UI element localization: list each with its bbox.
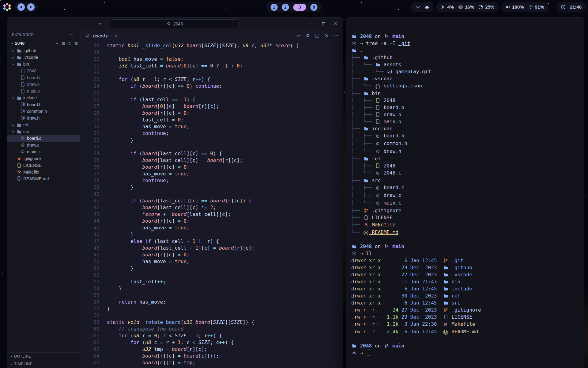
explorer-item-draw.h[interactable]: Ⓗdraw.h: [7, 115, 80, 121]
code-line: 20 bool has_move = false;: [81, 56, 343, 63]
memory-stat: 16%: [458, 4, 474, 10]
file-icon: [443, 315, 449, 319]
file-icon: [20, 75, 26, 80]
terminal-line: │ ├── © board.h: [351, 132, 579, 140]
explorer-item-LICENSE[interactable]: LICENSE: [7, 162, 80, 169]
window-maximize-button[interactable]: [321, 21, 326, 26]
nav-back-button[interactable]: ←: [99, 21, 103, 27]
terminal-line: drwxr-xr-x - 11 Jan 21:43 bin: [351, 278, 579, 285]
explorer-item-main.o[interactable]: main.o: [7, 88, 80, 94]
workspace-3[interactable]: 3: [293, 4, 306, 11]
volume-value: 100%: [512, 4, 524, 10]
outline-panel[interactable]: ▸ OUTLINE: [7, 352, 80, 360]
media-next-button[interactable]: [27, 3, 35, 11]
workspace-8[interactable]: 8: [311, 4, 318, 11]
close-editor-button[interactable]: [324, 33, 329, 38]
explorer-item-board.o[interactable]: board.o: [7, 74, 80, 81]
disk-gauge-icon: [478, 5, 483, 10]
new-folder-button[interactable]: ⊞: [62, 41, 65, 46]
settings-gear-button[interactable]: ⚙: [306, 33, 310, 38]
new-file-button[interactable]: +: [55, 41, 58, 46]
terminal-line: .rw-r--r-- 2.4k 6 Jan 12:45 Ⓜ README.md: [351, 328, 579, 336]
explorer-item-draw.o[interactable]: draw.o: [7, 81, 80, 88]
window-close-button[interactable]: [333, 21, 338, 26]
git-icon: ◆: [16, 156, 22, 161]
terminal-line: │ └── © draw.h: [351, 148, 579, 155]
memory-chip-icon: [458, 5, 463, 10]
explorer-item-common.h[interactable]: Ⓗcommon.h: [7, 108, 80, 115]
split-editor-button[interactable]: [315, 33, 319, 38]
c-file-icon: ©: [375, 133, 381, 140]
json-icon: {}: [375, 83, 381, 90]
folder-icon: [363, 126, 369, 131]
code-line: 46 }: [81, 231, 343, 238]
launcher-logo-icon[interactable]: [2, 2, 12, 12]
workspace-1[interactable]: 1: [271, 4, 278, 11]
terminal-line: ├── .github: [351, 54, 579, 61]
code-line: 56 return has_move;: [81, 299, 343, 305]
terminal-line: │ └── © 2048.c: [351, 169, 579, 177]
explorer-item-include[interactable]: ▾include: [7, 94, 80, 101]
explorer-more-button[interactable]: ⋯: [67, 32, 75, 38]
explorer-item-ref[interactable]: ▸ref: [7, 121, 80, 128]
explorer-item-main.c[interactable]: ©main.c: [7, 148, 80, 155]
tools-icon: ⚒: [16, 170, 22, 174]
chevron-down-icon: [415, 5, 420, 10]
window-minimize-button[interactable]: [309, 21, 314, 26]
explorer-item-src[interactable]: ▾src: [7, 128, 80, 135]
workspace-2[interactable]: 2: [282, 4, 289, 11]
code-line: 50 has_move = true;: [81, 258, 343, 265]
info-icon: ⓘ: [16, 176, 22, 182]
explorer-item-board.h[interactable]: Ⓗboard.h: [7, 101, 80, 108]
code-line: 36 board[r][c] = 0;: [81, 164, 343, 171]
code-editor[interactable]: 18static bool _slide_col(u32 board[SIZE]…: [81, 41, 343, 368]
wifi-stat: 91%: [528, 4, 544, 10]
code-line: 35 board[last_cell][c] = board[r][c];: [81, 157, 343, 164]
more-actions-button[interactable]: ⋯: [334, 33, 338, 38]
file-icon: [20, 69, 26, 73]
code-line: 55: [81, 292, 343, 299]
media-prev-button[interactable]: [17, 3, 25, 11]
explorer-item-bin[interactable]: ▾bin: [7, 61, 80, 67]
prompt-line: 2048 on main: [351, 342, 579, 349]
cpu-stat: 4%: [440, 4, 454, 10]
explorer-item-README.md[interactable]: ⓘREADME.md: [7, 175, 80, 182]
weather-module[interactable]: [411, 2, 433, 12]
explorer-project-row[interactable]: ▾ 2048 + ⊞ ↻ ⊟: [7, 39, 80, 47]
terminal-window: 2048 on main → tree -a -I .git .├── .git…: [346, 17, 584, 368]
system-stats-module[interactable]: 4% 16% 25%: [436, 2, 498, 12]
timeline-panel[interactable]: ▸ TIMELINE: [7, 360, 80, 368]
explorer-item-.gitignore[interactable]: ◆.gitignore: [7, 155, 80, 162]
code-line: 65 board[c][r] = tmp;: [81, 359, 343, 366]
terminal-line: .rw-r--r-- 1.2k 3 Jan 22:30 M Makefile: [351, 320, 579, 328]
code-line: 63 u32 tmp = board[r][c];: [81, 346, 343, 353]
code-line: 23 for (u8 r = 1; r < SIZE; r++) {: [81, 76, 343, 83]
command-search-input[interactable]: 2048: [110, 19, 240, 28]
explorer-item-.vscode[interactable]: ▸.vscode: [7, 54, 80, 61]
explorer-item-.github[interactable]: ▸.github: [7, 47, 80, 54]
refresh-explorer-button[interactable]: ↻: [68, 41, 71, 46]
terminal-body[interactable]: 2048 on main → tree -a -I .git .├── .git…: [346, 17, 584, 368]
explorer-item-2048[interactable]: 2048: [7, 67, 80, 74]
run-file-button[interactable]: [296, 33, 301, 38]
tab-board-c[interactable]: © board.c src: [85, 33, 117, 38]
explorer-item-draw.c[interactable]: ©draw.c: [7, 142, 80, 148]
explorer-item-Makefile[interactable]: ⚒Makefile: [7, 169, 80, 175]
volume-stat: 100%: [505, 4, 524, 10]
file-icon: [375, 119, 381, 124]
explorer-item-board.c[interactable]: ©board.c: [7, 135, 80, 142]
terminal-line: drwxr-xr-x - 27 Dec 2023 .vscode: [351, 271, 579, 278]
code-line: 18static bool _slide_col(u32 board[SIZE]…: [81, 42, 343, 49]
command-line: → tree -a -I .git: [351, 40, 579, 47]
terminal-line: │ └── {} settings.json: [351, 82, 579, 90]
audio-network-module[interactable]: 100% 91%: [501, 2, 548, 12]
terminal-block: 2048 on main → lldrwxr-xr-x - 6 Jan 12:4…: [351, 243, 579, 336]
c-file-icon: ©: [20, 149, 26, 154]
folder-icon: [16, 55, 22, 60]
terminal-line: │ └── © main.c: [351, 199, 579, 207]
code-line: 45 has_move = true;: [81, 224, 343, 231]
folder-icon: [16, 129, 22, 134]
collapse-folders-button[interactable]: ⊟: [74, 41, 78, 46]
clock-module[interactable]: 21:46: [557, 2, 586, 12]
branch-icon: [443, 258, 449, 263]
